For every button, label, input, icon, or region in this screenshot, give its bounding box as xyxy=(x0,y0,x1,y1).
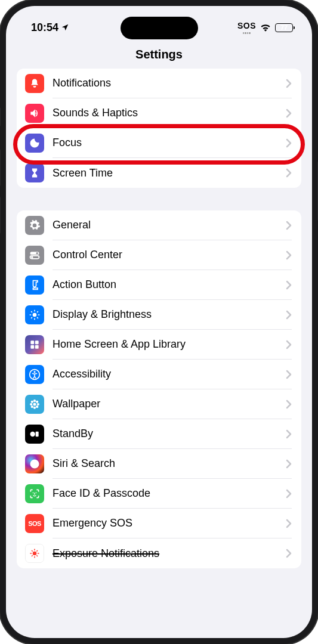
svg-rect-5 xyxy=(30,340,34,344)
battery-icon: 77 xyxy=(275,23,293,32)
svg-rect-6 xyxy=(35,340,39,344)
svg-point-14 xyxy=(30,403,32,405)
settings-list[interactable]: Notifications Sounds & Haptics Focus Scr… xyxy=(6,69,312,568)
status-sos: SOS xyxy=(237,21,256,30)
svg-point-12 xyxy=(33,400,36,402)
chevron-right-icon xyxy=(286,519,292,528)
wifi-icon xyxy=(260,23,271,32)
svg-point-16 xyxy=(31,401,33,403)
action-icon xyxy=(25,275,44,295)
sos-icon: SOS xyxy=(25,514,44,533)
row-notifications[interactable]: Notifications xyxy=(17,69,301,98)
row-label: Screen Time xyxy=(53,167,286,179)
row-emergency-sos[interactable]: SOS Emergency SOS xyxy=(17,509,301,538)
row-label: Siri & Search xyxy=(53,457,286,470)
svg-point-24 xyxy=(36,493,37,494)
gear-icon xyxy=(25,216,44,235)
row-label: Focus xyxy=(53,137,286,149)
navbar: Settings xyxy=(6,39,312,69)
chevron-right-icon xyxy=(286,250,292,260)
chevron-right-icon xyxy=(286,280,292,290)
settings-group: General Control Center Action Button Dis… xyxy=(17,210,301,568)
svg-point-22 xyxy=(30,460,39,469)
row-accessibility[interactable]: Accessibility xyxy=(17,360,301,389)
svg-point-15 xyxy=(37,403,39,405)
row-label: Wallpaper xyxy=(53,398,286,410)
row-label: Emergency SOS xyxy=(53,517,286,530)
chevron-right-icon xyxy=(286,340,292,349)
svg-point-11 xyxy=(33,403,36,406)
row-label: Exposure Notifications xyxy=(53,547,286,560)
location-icon xyxy=(61,23,69,32)
chevron-right-icon xyxy=(286,138,292,148)
row-control-center[interactable]: Control Center xyxy=(17,240,301,270)
svg-point-18 xyxy=(31,405,33,408)
svg-point-2 xyxy=(36,252,38,254)
chevron-right-icon xyxy=(286,79,292,88)
hourglass-icon xyxy=(25,163,44,182)
row-screen-time[interactable]: Screen Time xyxy=(17,158,301,188)
row-sounds-haptics[interactable]: Sounds & Haptics xyxy=(17,98,301,128)
svg-point-19 xyxy=(36,405,38,408)
flower-icon xyxy=(25,395,44,414)
svg-point-13 xyxy=(33,407,36,409)
row-exposure[interactable]: Exposure Notifications xyxy=(17,538,301,568)
speaker-icon xyxy=(25,104,44,123)
chevron-right-icon xyxy=(286,310,292,320)
row-label: Action Button xyxy=(53,278,286,291)
status-time: 10:54 xyxy=(31,21,58,34)
chevron-right-icon xyxy=(286,109,292,118)
row-label: Face ID & Passcode xyxy=(53,487,286,500)
svg-point-10 xyxy=(34,371,36,373)
row-label: StandBy xyxy=(53,428,286,440)
row-display-brightness[interactable]: Display & Brightness xyxy=(17,300,301,330)
svg-point-25 xyxy=(33,552,37,556)
dynamic-island xyxy=(121,17,198,39)
switches-icon xyxy=(25,246,44,265)
svg-rect-8 xyxy=(35,345,39,349)
page-title: Settings xyxy=(6,48,312,61)
row-label: Notifications xyxy=(53,77,286,89)
settings-group: Notifications Sounds & Haptics Focus Scr… xyxy=(17,69,301,188)
row-focus[interactable]: Focus xyxy=(17,128,301,158)
chevron-right-icon xyxy=(286,429,292,439)
svg-point-4 xyxy=(33,313,37,317)
row-home-screen[interactable]: Home Screen & App Library xyxy=(17,330,301,360)
chevron-right-icon xyxy=(286,549,292,558)
row-general[interactable]: General xyxy=(17,210,301,240)
moon-icon xyxy=(25,134,44,153)
row-siri-search[interactable]: Siri & Search xyxy=(17,449,301,479)
row-label: Display & Brightness xyxy=(53,308,286,321)
chevron-right-icon xyxy=(286,168,292,178)
bell-icon xyxy=(25,74,44,93)
chevron-right-icon xyxy=(286,489,292,499)
row-face-id[interactable]: Face ID & Passcode xyxy=(17,479,301,509)
svg-rect-21 xyxy=(36,432,39,436)
row-standby[interactable]: StandBy xyxy=(17,419,301,449)
svg-point-23 xyxy=(33,493,34,494)
row-label: Home Screen & App Library xyxy=(53,338,286,351)
chevron-right-icon xyxy=(286,459,292,469)
chevron-right-icon xyxy=(286,400,292,409)
svg-point-17 xyxy=(36,401,38,403)
grid-icon xyxy=(25,335,44,354)
exposure-icon xyxy=(25,544,44,563)
sun-icon xyxy=(25,305,44,324)
row-label: General xyxy=(53,219,286,231)
row-label: Sounds & Haptics xyxy=(53,107,286,119)
chevron-right-icon xyxy=(286,370,292,379)
svg-point-3 xyxy=(31,256,33,258)
siri-icon xyxy=(25,454,44,473)
svg-point-20 xyxy=(30,432,35,436)
chevron-right-icon xyxy=(286,221,292,230)
faceid-icon xyxy=(25,484,44,503)
row-label: Accessibility xyxy=(53,368,286,380)
row-wallpaper[interactable]: Wallpaper xyxy=(17,389,301,419)
row-action-button[interactable]: Action Button xyxy=(17,270,301,300)
standby-icon xyxy=(25,425,44,444)
row-label: Control Center xyxy=(53,249,286,261)
cellular-dots-icon xyxy=(243,32,251,34)
accessibility-icon xyxy=(25,365,44,384)
svg-rect-7 xyxy=(30,345,34,349)
